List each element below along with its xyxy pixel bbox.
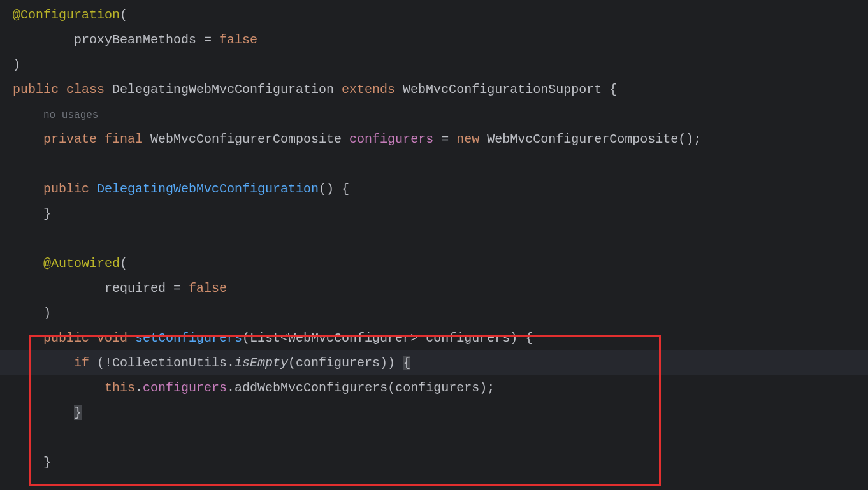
code-line[interactable]: private final WebMvcConfigurerComposite … <box>13 127 868 152</box>
annotation: @Configuration <box>13 8 120 22</box>
params: (List<WebMvcConfigurer> configurers) { <box>242 331 533 345</box>
code-line[interactable]: ) <box>13 52 868 77</box>
constructor: WebMvcConfigurerComposite(); <box>479 132 701 147</box>
property: proxyBeanMethods = <box>74 32 219 47</box>
keyword-if: if <box>74 356 89 370</box>
method-call: .addWebMvcConfigurers(configurers); <box>227 380 495 395</box>
indent <box>13 206 43 221</box>
code-line[interactable]: @Autowired( <box>13 251 868 276</box>
code-line[interactable]: public void setConfigurers(List<WebMvcCo… <box>13 326 868 350</box>
code-line[interactable]: } <box>13 450 868 475</box>
matched-brace: { <box>403 356 410 370</box>
code-line[interactable]: proxyBeanMethods = false <box>13 27 868 52</box>
code-line[interactable]: public DelegatingWebMvcConfiguration() { <box>13 177 868 201</box>
dot: . <box>135 380 143 395</box>
paren: ( <box>120 256 127 271</box>
indent <box>13 356 74 370</box>
code-line-empty[interactable] <box>13 152 868 177</box>
keyword-extends: extends <box>342 82 395 97</box>
condition: (!CollectionUtils. <box>89 356 235 370</box>
indent <box>13 405 74 420</box>
paren-close: ) <box>43 306 51 321</box>
method-name: setConfigurers <box>135 331 242 345</box>
indent <box>13 380 105 395</box>
keyword-public: public <box>43 331 89 345</box>
indent <box>13 455 43 470</box>
paren: ( <box>120 8 127 22</box>
indent <box>13 32 74 47</box>
keyword-public: public <box>43 182 89 196</box>
keyword-void: void <box>89 331 135 345</box>
class-name: DelegatingWebMvcConfiguration <box>112 82 342 97</box>
indent <box>13 331 43 345</box>
indent <box>13 107 43 122</box>
constructor-name: DelegatingWebMvcConfiguration <box>97 182 319 196</box>
indent <box>13 256 43 271</box>
paren-close: ) <box>13 57 20 72</box>
code-line[interactable]: } <box>13 400 868 425</box>
keyword-public: public <box>13 82 59 97</box>
static-method: isEmpty <box>235 356 288 370</box>
code-line-current[interactable]: if (!CollectionUtils.isEmpty(configurers… <box>0 350 868 375</box>
brace-close: } <box>43 455 51 470</box>
code-line-empty[interactable] <box>13 425 868 450</box>
brace-close: } <box>43 206 51 221</box>
code-line[interactable]: required = false <box>13 276 868 301</box>
keyword-this: this <box>105 380 135 395</box>
indent <box>13 306 43 321</box>
code-editor[interactable]: @Configuration( proxyBeanMethods = false… <box>0 0 868 475</box>
keyword-class: class <box>59 82 112 97</box>
code-line-empty[interactable] <box>13 226 868 251</box>
indent <box>13 182 43 196</box>
indent <box>13 132 43 147</box>
property: required = <box>105 281 189 296</box>
code-line[interactable]: no usages <box>13 102 868 127</box>
keyword-new: new <box>456 132 479 147</box>
code-line[interactable]: this.configurers.addWebMvcConfigurers(co… <box>13 375 868 400</box>
matched-brace: } <box>74 405 82 420</box>
annotation: @Autowired <box>43 256 120 271</box>
tail: () { <box>319 182 349 196</box>
equals: = <box>433 132 456 147</box>
field: configurers <box>349 132 433 147</box>
code-line[interactable]: } <box>13 201 868 226</box>
code-line[interactable]: @Configuration( <box>13 3 868 27</box>
condition: (configurers)) <box>288 356 403 370</box>
super-class: WebMvcConfigurationSupport { <box>395 82 617 97</box>
space <box>89 182 97 196</box>
code-line[interactable]: ) <box>13 301 868 326</box>
bool-literal: false <box>219 32 257 47</box>
bool-literal: false <box>189 281 227 296</box>
code-line[interactable]: public class DelegatingWebMvcConfigurati… <box>13 77 868 102</box>
field: configurers <box>143 380 227 395</box>
type: WebMvcConfigurerComposite <box>150 132 349 147</box>
keyword-private: private <box>43 132 97 147</box>
indent <box>13 281 105 296</box>
keyword-final: final <box>97 132 150 147</box>
usage-hint[interactable]: no usages <box>43 110 98 121</box>
